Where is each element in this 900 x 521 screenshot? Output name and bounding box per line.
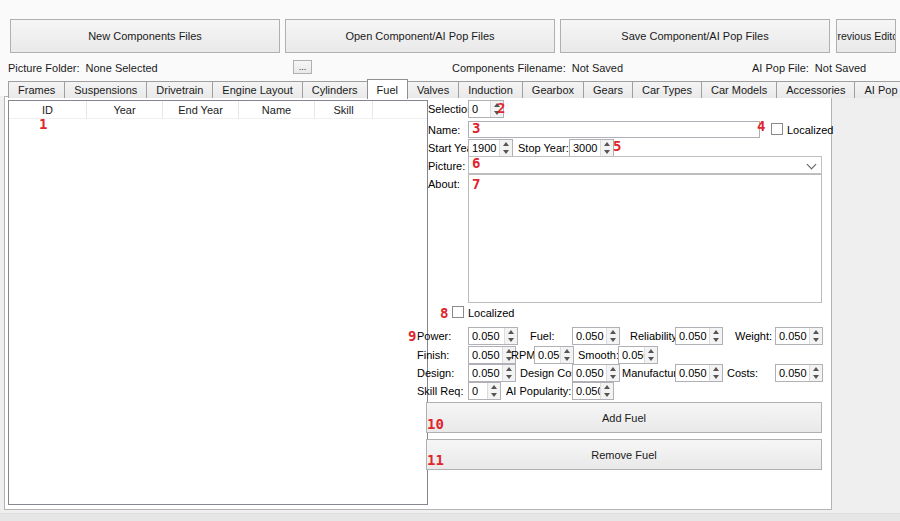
- finish-label: Finish:: [417, 349, 449, 361]
- costs-spin-buttons[interactable]: [809, 365, 822, 381]
- smooth-input[interactable]: [619, 347, 644, 363]
- annotation-5: 5: [613, 139, 621, 153]
- rpm-spinner: [534, 346, 574, 364]
- annotation-9: 9: [408, 329, 416, 343]
- about-localized-checkbox[interactable]: [452, 306, 464, 318]
- save-component-ai-pop-files-button[interactable]: Save Component/AI Pop Files: [560, 19, 830, 53]
- column-header-end-year[interactable]: End Year: [163, 101, 239, 119]
- costs-spinner: [775, 364, 823, 382]
- design-cost-input[interactable]: [573, 365, 606, 381]
- annotation-8: 8: [440, 306, 448, 320]
- browse-picture-folder-button[interactable]: ...: [293, 60, 312, 74]
- tab-cylinders[interactable]: Cylinders: [302, 81, 368, 98]
- chevron-down-icon: [807, 160, 817, 170]
- tab-fuel[interactable]: Fuel: [367, 79, 408, 99]
- remove-fuel-button[interactable]: Remove Fuel: [426, 439, 822, 470]
- previous-editor-button[interactable]: Previous Editor: [836, 19, 896, 53]
- window-bottom-edge: [0, 513, 900, 521]
- annotation-2: 2: [497, 101, 505, 115]
- smooth-spinner: [618, 346, 658, 364]
- power-label: Power:: [417, 330, 451, 342]
- about-label: About:: [428, 178, 460, 190]
- weight-spin-buttons[interactable]: [809, 328, 822, 344]
- weight-label: Weight:: [735, 330, 772, 342]
- power-input[interactable]: [469, 328, 504, 344]
- tab-accessories[interactable]: Accessories: [776, 81, 855, 98]
- tab-suspensions[interactable]: Suspensions: [64, 81, 147, 98]
- tab-ai-pop[interactable]: AI Pop: [854, 81, 900, 98]
- ai-popularity-spin-buttons[interactable]: [600, 383, 613, 399]
- picture-combobox[interactable]: [468, 156, 822, 174]
- manufacturing-spin-buttons[interactable]: [709, 365, 722, 381]
- name-localized-checkbox[interactable]: [771, 123, 783, 135]
- manufacturing-input[interactable]: [676, 365, 709, 381]
- start-year-input[interactable]: [469, 140, 499, 156]
- skill-req-spinner: [468, 382, 501, 400]
- stop-year-spin-buttons[interactable]: [600, 140, 613, 156]
- design-cost-spin-buttons[interactable]: [606, 365, 619, 381]
- tab-car-models[interactable]: Car Models: [701, 81, 777, 98]
- column-header-skill[interactable]: Skill: [315, 101, 373, 119]
- column-header-year[interactable]: Year: [87, 101, 163, 119]
- reliability-spinner: [675, 327, 723, 345]
- ai-pop-file-value: Not Saved: [815, 62, 866, 74]
- skill-req-label: Skill Req:: [417, 385, 463, 397]
- components-filename-value: Not Saved: [572, 62, 623, 74]
- name-input[interactable]: [468, 121, 760, 138]
- column-header-blank[interactable]: [373, 101, 427, 119]
- smooth-spin-buttons[interactable]: [644, 347, 657, 363]
- weight-input[interactable]: [776, 328, 809, 344]
- ai-popularity-input[interactable]: [573, 383, 600, 399]
- skill-req-input[interactable]: [469, 383, 487, 399]
- tab-car-types[interactable]: Car Types: [632, 81, 702, 98]
- start-year-spin-buttons[interactable]: [499, 140, 512, 156]
- new-components-files-button[interactable]: New Components Files: [10, 19, 280, 53]
- design-input[interactable]: [469, 365, 502, 381]
- components-filename-status: Components Filename: Not Saved: [452, 62, 623, 74]
- selection-id-input[interactable]: [469, 101, 490, 117]
- fuel-list[interactable]: ID Year End Year Name Skill: [8, 100, 428, 505]
- annotation-11: 11: [427, 453, 444, 467]
- picture-label: Picture:: [428, 160, 465, 172]
- ai-pop-file-status: AI Pop File: Not Saved: [752, 62, 866, 74]
- editor-tab-strip: Frames Suspensions Drivetrain Engine Lay…: [8, 78, 900, 98]
- tab-induction[interactable]: Induction: [458, 81, 523, 98]
- annotation-10: 10: [427, 417, 444, 431]
- rpm-spin-buttons[interactable]: [560, 347, 573, 363]
- finish-spinner: [468, 346, 516, 364]
- stop-year-spinner: [569, 139, 614, 157]
- annotation-7: 7: [472, 177, 480, 191]
- tab-engine-layout[interactable]: Engine Layout: [212, 81, 302, 98]
- manufacturing-spinner: [675, 364, 723, 382]
- reliability-spin-buttons[interactable]: [709, 328, 722, 344]
- stop-year-input[interactable]: [570, 140, 600, 156]
- picture-folder-status: Picture Folder: None Selected: [8, 62, 158, 74]
- open-component-ai-pop-files-button[interactable]: Open Component/AI Pop Files: [285, 19, 555, 53]
- tab-gearbox[interactable]: Gearbox: [522, 81, 584, 98]
- fuel-spin-buttons[interactable]: [606, 328, 619, 344]
- reliability-label: Reliability:: [630, 330, 680, 342]
- rpm-input[interactable]: [535, 347, 560, 363]
- components-filename-label: Components Filename:: [452, 62, 566, 74]
- tab-frames[interactable]: Frames: [8, 81, 65, 98]
- annotation-1: 1: [39, 117, 47, 131]
- power-spin-buttons[interactable]: [504, 328, 517, 344]
- column-header-name[interactable]: Name: [239, 101, 315, 119]
- column-header-id[interactable]: ID: [9, 101, 87, 119]
- reliability-input[interactable]: [676, 328, 709, 344]
- tab-valves[interactable]: Valves: [407, 81, 459, 98]
- tab-drivetrain[interactable]: Drivetrain: [146, 81, 213, 98]
- design-spin-buttons[interactable]: [502, 365, 515, 381]
- finish-input[interactable]: [469, 347, 502, 363]
- annotation-4: 4: [757, 119, 765, 133]
- fuel-input[interactable]: [573, 328, 606, 344]
- tab-gears[interactable]: Gears: [583, 81, 633, 98]
- skill-req-spin-buttons[interactable]: [487, 383, 500, 399]
- about-textarea[interactable]: [468, 174, 822, 303]
- annotation-3: 3: [472, 121, 480, 135]
- costs-input[interactable]: [776, 365, 809, 381]
- add-fuel-button[interactable]: Add Fuel: [426, 402, 822, 433]
- ai-pop-file-label: AI Pop File:: [752, 62, 809, 74]
- annotation-6: 6: [472, 156, 480, 170]
- picture-folder-value: None Selected: [86, 62, 158, 74]
